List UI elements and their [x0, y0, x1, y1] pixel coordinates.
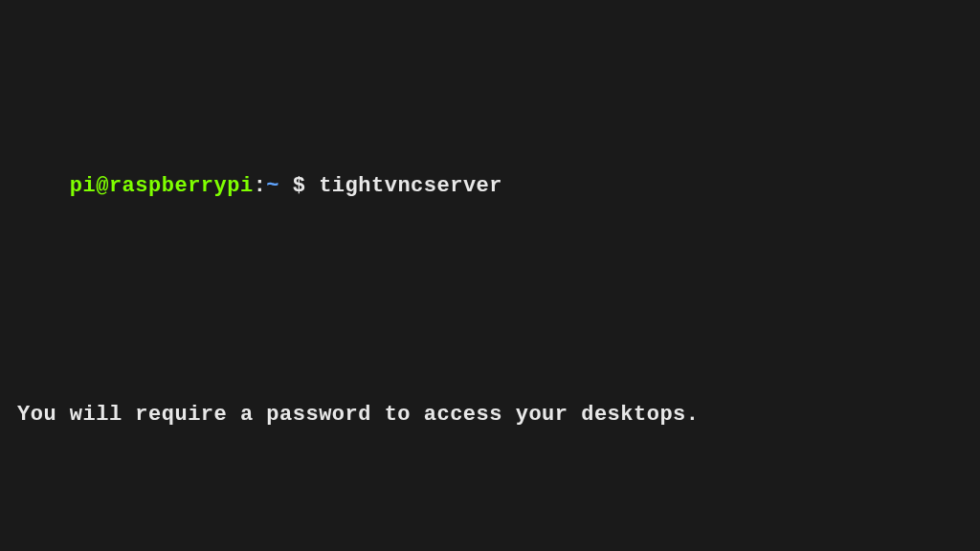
prompt-line: pi@raspberrypi:~ $ tightvncserver	[17, 138, 963, 235]
prompt-sep: :	[254, 174, 267, 198]
prompt-host: raspberrypi	[109, 174, 254, 198]
prompt-user: pi	[70, 174, 96, 198]
terminal-window[interactable]: pi@raspberrypi:~ $ tightvncserver You wi…	[17, 8, 963, 551]
output-line: You will require a password to access yo…	[17, 399, 963, 431]
prompt-path: ~	[266, 174, 292, 198]
prompt-at: @	[96, 174, 109, 198]
output-line	[17, 301, 963, 334]
output-line	[17, 496, 963, 529]
prompt-dollar: $	[293, 174, 319, 198]
command-text: tightvncserver	[319, 174, 502, 198]
